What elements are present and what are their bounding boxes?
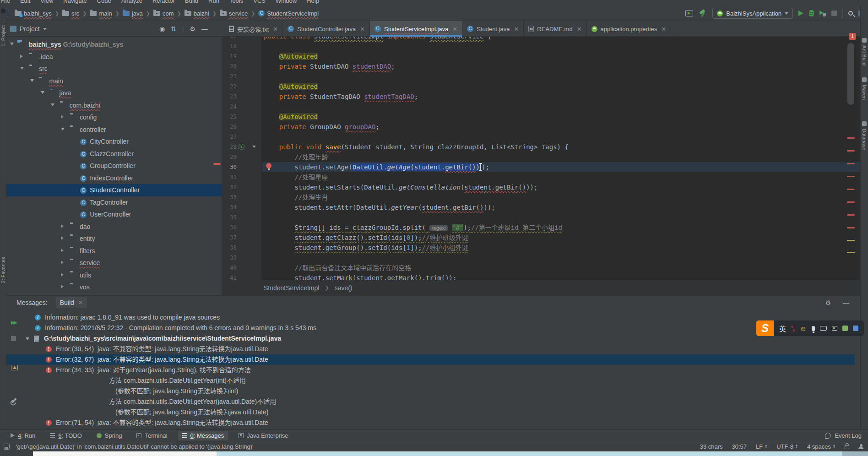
tree-item-baizhi_sys[interactable]: baizhi_sys G:\study\baizhi_sys: [6, 38, 222, 51]
code-line-18[interactable]: 18: [222, 41, 860, 51]
run-configuration-select[interactable]: BaizhiSysApplication: [712, 8, 793, 19]
close-icon[interactable]: ✕: [577, 26, 582, 33]
message-row[interactable]: !Error:(34, 33) java: 对于getYear(java.lan…: [6, 365, 855, 375]
ime-emoji-icon[interactable]: ☺: [800, 325, 807, 332]
code-line-40[interactable]: 40 //取出前台备注文本域中前后存在的空格: [222, 263, 860, 273]
chevron-collapsed-icon[interactable]: [61, 285, 64, 288]
menu-build[interactable]: Build: [180, 0, 203, 6]
code-line-38[interactable]: 38 student.getGroup().setId(ids[1]);//维护…: [222, 243, 860, 253]
tree-item-.idea[interactable]: .idea: [6, 51, 222, 63]
menu-vcs[interactable]: VCS: [248, 0, 271, 6]
message-row[interactable]: 方法 com.baizhi.utils.DateUtil.getYear(jav…: [6, 396, 855, 407]
chevron-collapsed-icon[interactable]: [61, 273, 64, 277]
chevron-collapsed-icon[interactable]: [61, 261, 64, 264]
chevron-expanded-icon[interactable]: [41, 91, 44, 94]
run-button[interactable]: [798, 11, 803, 16]
services-icon[interactable]: [685, 10, 693, 16]
gear-icon[interactable]: ⚙: [190, 25, 196, 33]
error-stripe-mark[interactable]: [847, 227, 855, 228]
code-line-19[interactable]: 19 @Autowired: [222, 51, 860, 61]
tree-item-entity[interactable]: entity: [6, 233, 222, 245]
fold-arrow-icon[interactable]: [252, 146, 256, 148]
gear-icon[interactable]: ⚙: [825, 299, 831, 306]
status-widget-UTF-8[interactable]: UTF-8▲▼: [776, 443, 798, 450]
hide-panel-icon[interactable]: —: [201, 25, 208, 33]
toolwindow-java-enterprise[interactable]: Java Enterprise: [234, 431, 292, 440]
menu-edit[interactable]: Edit: [15, 0, 35, 6]
editor-breadcrumb-item[interactable]: StudentServiceImpl: [264, 284, 319, 292]
locate-file-icon[interactable]: ◉: [159, 25, 165, 33]
tab-StudentController.java[interactable]: CStudentController.java✕: [283, 21, 370, 37]
tree-item-IndexController[interactable]: CIndexController: [6, 172, 222, 185]
hector-highlighting-icon[interactable]: [858, 444, 863, 449]
code-line-20[interactable]: 20 private StudentDAO studentDAO;: [222, 61, 860, 71]
stripe-icon[interactable]: [862, 121, 867, 126]
menu-code[interactable]: Code: [92, 0, 116, 6]
message-row[interactable]: (参数不匹配; java.lang.String无法转换为java.util.D…: [6, 407, 855, 418]
chevron-down-icon[interactable]: [43, 28, 47, 30]
ime-punctuation-toggle[interactable]: ’,: [791, 325, 795, 332]
tree-item-vos[interactable]: vos: [6, 281, 222, 293]
chevron-collapsed-icon[interactable]: [20, 54, 23, 58]
stripe-icon[interactable]: [862, 38, 867, 43]
menu-window[interactable]: Window: [271, 0, 302, 6]
chevron-expanded-icon[interactable]: [61, 128, 65, 130]
stripe-icon[interactable]: [862, 77, 867, 82]
tree-item-controller[interactable]: controller: [6, 124, 222, 136]
error-stripe-mark[interactable]: [847, 163, 855, 164]
status-widget-LF[interactable]: LF▲▼: [756, 443, 767, 450]
close-icon[interactable]: ✕: [360, 26, 365, 33]
close-icon[interactable]: ✕: [273, 26, 278, 33]
tab-README.md[interactable]: MREADME.md✕: [524, 21, 586, 37]
run-with-coverage-button[interactable]: [819, 10, 826, 16]
menu-refactor[interactable]: Refactor: [147, 0, 180, 6]
status-window-icon[interactable]: [4, 444, 10, 450]
message-row[interactable]: !Error:(30, 54) java: 不兼容的类型: java.lang.…: [6, 344, 855, 354]
menu-run[interactable]: Run: [203, 0, 224, 6]
message-row[interactable]: (参数不匹配; java.lang.String无法转换为int): [6, 386, 855, 396]
close-icon[interactable]: ✕: [661, 26, 666, 33]
chevron-expanded-icon[interactable]: [20, 67, 24, 70]
tree-item-main[interactable]: main: [6, 75, 222, 87]
code-editor[interactable]: 17public class StudentServiceImpl implem…: [222, 37, 860, 280]
error-count-badge[interactable]: 1: [849, 33, 856, 40]
search-everywhere-icon[interactable]: [848, 11, 853, 16]
tree-item-src[interactable]: src: [6, 63, 222, 75]
tree-item-dao[interactable]: dao: [6, 221, 222, 233]
code-line-41[interactable]: 41 student.setMark(student.getMark().tri…: [222, 273, 860, 280]
stop-button[interactable]: [831, 11, 837, 16]
tree-item-UserController[interactable]: CUserController: [6, 208, 222, 221]
toolwindow-spring[interactable]: Spring: [92, 431, 126, 440]
lock-icon[interactable]: [845, 445, 849, 449]
code-line-31[interactable]: 31 //处理星座: [222, 172, 860, 182]
message-row[interactable]: iInformation: javac 1.8.0_91 was used to…: [6, 312, 855, 323]
error-stripe-mark[interactable]: [847, 189, 855, 190]
hide-panel-icon[interactable]: —: [843, 299, 849, 306]
breadcrumb-item[interactable]: service: [218, 10, 250, 17]
error-stripe-mark[interactable]: [847, 137, 855, 139]
tree-item-StudentController[interactable]: CStudentController: [6, 184, 222, 196]
tab-application.properties[interactable]: application.properties✕: [587, 21, 671, 37]
chevron-collapsed-icon[interactable]: [61, 236, 64, 240]
error-stripe-mark[interactable]: [847, 176, 855, 177]
chevron-expanded-icon[interactable]: [30, 79, 34, 82]
tab-StudentServiceImpl.java[interactable]: CStudentServiceImpl.java✕: [370, 21, 462, 37]
breadcrumb-item[interactable]: CStudentServiceImpl: [256, 10, 320, 17]
tree-item-utils[interactable]: utils: [6, 269, 222, 282]
error-stripe-mark[interactable]: [847, 201, 855, 203]
breadcrumb-item[interactable]: com: [152, 10, 176, 17]
stripe-label-2--Favorites[interactable]: 2: Favorites: [0, 257, 6, 283]
editor-breadcrumb-item[interactable]: save(): [335, 284, 353, 292]
code-line-23[interactable]: 23 private StudentTagDAO studentTagDAO;: [222, 92, 860, 102]
close-icon[interactable]: ✕: [452, 26, 457, 33]
build-hammer-icon[interactable]: [699, 10, 707, 17]
stripe-label-Maven[interactable]: Maven: [862, 85, 867, 100]
code-line-29[interactable]: 29 //处理年龄: [222, 152, 860, 162]
toolwindow-messages[interactable]: 0: Messages: [178, 431, 228, 440]
breadcrumb-item[interactable]: main: [88, 10, 114, 17]
tree-item-GroupController[interactable]: CGroupController: [6, 160, 222, 172]
menu-navigate[interactable]: Navigate: [58, 0, 92, 6]
tree-item-com.baizhi[interactable]: com.baizhi: [6, 99, 222, 112]
toolwindow-run[interactable]: 4: Run: [6, 431, 39, 440]
close-icon[interactable]: ✕: [78, 299, 83, 306]
